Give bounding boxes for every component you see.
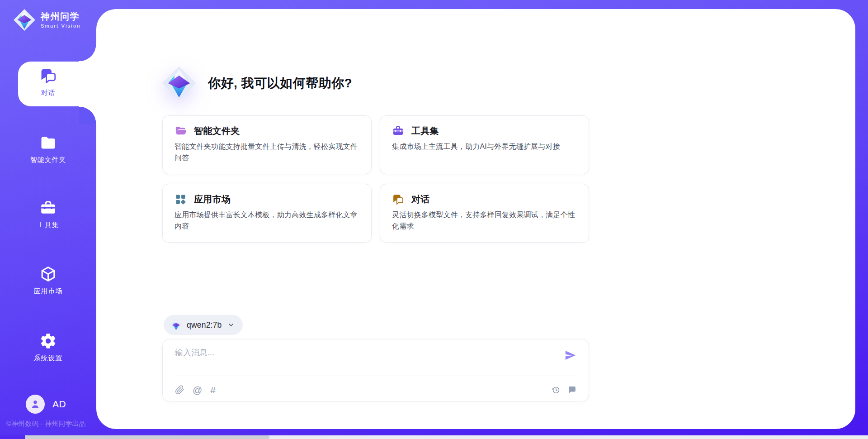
greeting-block: 你好, 我可以如何帮助你?	[161, 66, 352, 101]
at-icon: @	[193, 385, 202, 395]
composer-divider	[175, 376, 577, 376]
brand-logo[interactable]: 神州问学 Smart Vision	[13, 9, 81, 31]
apps-grid-icon	[175, 193, 187, 205]
card-header: 应用市场	[175, 193, 359, 205]
sidebar-item-chat[interactable]: 对话	[0, 67, 96, 97]
card-header: 工具集	[392, 125, 577, 137]
briefcase-icon	[392, 125, 404, 137]
gem-logo-icon	[13, 9, 36, 31]
paperclip-icon	[175, 385, 184, 395]
sidebar-item-label: 智能文件夹	[30, 156, 66, 164]
card-description: 智能文件夹功能支持批量文件上传与清洗，轻松实现文件问答	[175, 141, 359, 164]
folder-open-icon	[175, 125, 187, 137]
user-profile[interactable]: AD	[26, 395, 66, 414]
brand-name: 神州问学	[41, 11, 81, 22]
scrollbar-corner	[0, 435, 25, 439]
sidebar-item-toolset[interactable]: 工具集	[0, 199, 96, 229]
card-description: 应用市场提供丰富长文本模板，助力高效生成多样化文章内容	[175, 210, 359, 232]
gem-logo-icon	[170, 319, 182, 331]
card-title: 工具集	[411, 125, 439, 137]
chat-bubble-icon	[567, 385, 577, 395]
model-name: qwen2:7b	[187, 320, 222, 330]
sidebar-item-label: 应用市场	[34, 287, 63, 296]
hash-icon: #	[210, 385, 216, 395]
card-chat[interactable]: 对话 灵活切换多模型文件，支持多样回复效果调试，满足个性化需求	[380, 184, 589, 243]
brand-subtitle: Smart Vision	[41, 23, 81, 29]
mention-button[interactable]: @	[193, 385, 202, 395]
message-input[interactable]	[175, 347, 555, 371]
card-description: 灵活切换多模型文件，支持多样回复效果调试，满足个性化需求	[392, 210, 577, 232]
chat-icon	[392, 193, 404, 205]
composer-tools-left: @ #	[175, 385, 216, 395]
send-button[interactable]	[564, 348, 578, 362]
model-selector[interactable]: qwen2:7b	[164, 315, 243, 335]
feature-cards: 智能文件夹 智能文件夹功能支持批量文件上传与清洗，轻松实现文件问答 工具集 集成…	[162, 115, 589, 243]
chevron-down-icon	[227, 321, 235, 329]
sidebar-item-label: 工具集	[38, 221, 59, 229]
attach-file-button[interactable]	[175, 385, 184, 395]
tab-scoop-top	[79, 44, 96, 62]
greeting-title: 你好, 我可以如何帮助你?	[208, 75, 352, 92]
conversation-button[interactable]	[567, 385, 577, 395]
topic-button[interactable]: #	[210, 385, 216, 395]
card-title: 对话	[411, 193, 430, 205]
sidebar-item-label: 对话	[41, 89, 56, 97]
card-title: 应用市场	[194, 193, 231, 205]
copyright-text: ©神州数码 · 神州问学出品	[6, 420, 97, 428]
sidebar-item-label: 系统设置	[34, 354, 63, 363]
brand-text: 神州问学 Smart Vision	[41, 11, 81, 29]
history-icon	[551, 385, 561, 395]
composer-tools-right	[551, 385, 577, 395]
user-initials: AD	[52, 399, 66, 410]
sidebar-item-system-settings[interactable]: 系统设置	[0, 332, 96, 363]
card-toolset[interactable]: 工具集 集成市场上主流工具，助力AI与外界无缝扩展与对接	[380, 115, 589, 174]
chat-icon	[39, 67, 57, 85]
gem-logo-icon	[161, 66, 197, 101]
send-icon	[564, 349, 577, 362]
tab-scoop-bottom	[79, 106, 96, 124]
avatar	[26, 395, 45, 414]
card-app-market[interactable]: 应用市场 应用市场提供丰富长文本模板，助力高效生成多样化文章内容	[162, 184, 372, 243]
sidebar-item-smart-folders[interactable]: 智能文件夹	[0, 134, 96, 164]
person-icon	[30, 399, 41, 410]
horizontal-scrollbar-thumb[interactable]	[25, 435, 269, 439]
card-header: 智能文件夹	[175, 125, 359, 137]
gear-icon	[39, 332, 57, 350]
sidebar-item-app-market[interactable]: 应用市场	[0, 265, 96, 296]
toolbox-icon	[39, 199, 57, 217]
folder-icon	[39, 134, 57, 152]
cube-icon	[39, 265, 57, 283]
card-description: 集成市场上主流工具，助力AI与外界无缝扩展与对接	[392, 141, 577, 153]
history-button[interactable]	[551, 385, 561, 395]
message-composer: @ #	[162, 339, 589, 401]
card-title: 智能文件夹	[194, 125, 240, 137]
app-window: 神州问学 Smart Vision 对话 智能文件夹 工具集 应用市场 系统设置…	[0, 0, 868, 439]
card-header: 对话	[392, 193, 577, 205]
composer-toolbar: @ #	[175, 381, 577, 399]
card-smart-folders[interactable]: 智能文件夹 智能文件夹功能支持批量文件上传与清洗，轻松实现文件问答	[162, 115, 372, 174]
